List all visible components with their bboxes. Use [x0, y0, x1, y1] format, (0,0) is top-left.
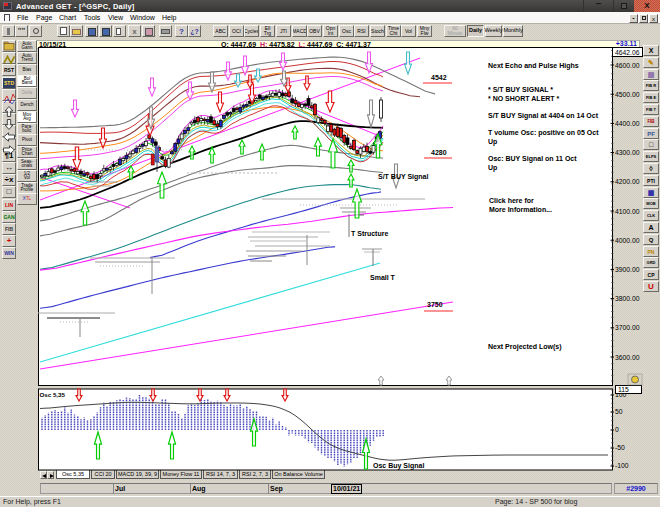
- svg-text:4500.00: 4500.00: [615, 91, 640, 98]
- svg-text:4100.00: 4100.00: [615, 208, 640, 215]
- svg-text:Osc 5,35: Osc 5,35: [40, 391, 66, 398]
- svg-text:S/T BUY Signal at 4404 on 14 O: S/T BUY Signal at 4404 on 14 Oct: [488, 112, 599, 120]
- svg-text:Click here for: Click here for: [489, 197, 534, 204]
- svg-text:50: 50: [615, 408, 623, 415]
- svg-text:Up: Up: [488, 138, 497, 146]
- svg-text:4542: 4542: [431, 74, 447, 81]
- svg-text:T volume Osc: positive on 05 O: T volume Osc: positive on 05 Oct: [488, 129, 599, 137]
- svg-text:3750: 3750: [427, 301, 443, 308]
- svg-text:Small T: Small T: [370, 274, 396, 281]
- svg-text:100: 100: [615, 391, 627, 398]
- svg-text:* S/T BUY SIGNAL *: * S/T BUY SIGNAL *: [488, 86, 553, 93]
- svg-text:3900.00: 3900.00: [615, 266, 640, 273]
- svg-text:-50: -50: [615, 444, 625, 451]
- svg-text:Next Projected Low(s): Next Projected Low(s): [488, 343, 562, 351]
- svg-text:Up: Up: [488, 164, 497, 172]
- svg-text:4400.00: 4400.00: [615, 120, 640, 127]
- svg-text:3600.00: 3600.00: [615, 354, 640, 361]
- svg-text:3800.00: 3800.00: [615, 295, 640, 302]
- svg-text:4280: 4280: [431, 149, 447, 156]
- svg-text:3700.00: 3700.00: [615, 324, 640, 331]
- svg-text:More Information...: More Information...: [489, 206, 552, 213]
- svg-text:4300.00: 4300.00: [615, 149, 640, 156]
- svg-text:4200.00: 4200.00: [615, 178, 640, 185]
- svg-text:T Structure: T Structure: [351, 230, 388, 237]
- svg-text:Next Echo and Pulse Highs: Next Echo and Pulse Highs: [488, 62, 579, 70]
- svg-text:0: 0: [615, 426, 619, 433]
- svg-text:Osc: BUY Signal on 11 Oct: Osc: BUY Signal on 11 Oct: [488, 155, 577, 163]
- svg-text:4600.00: 4600.00: [615, 62, 640, 69]
- svg-text:S/T BUY Signal: S/T BUY Signal: [378, 173, 428, 181]
- svg-text:4000.00: 4000.00: [615, 237, 640, 244]
- svg-text:* NO SHORT ALERT *: * NO SHORT ALERT *: [488, 95, 560, 102]
- svg-text:4642.06: 4642.06: [615, 49, 640, 56]
- svg-text:Osc Buy Signal: Osc Buy Signal: [373, 462, 424, 470]
- svg-text:-100: -100: [615, 462, 629, 469]
- svg-text:115: 115: [618, 386, 629, 393]
